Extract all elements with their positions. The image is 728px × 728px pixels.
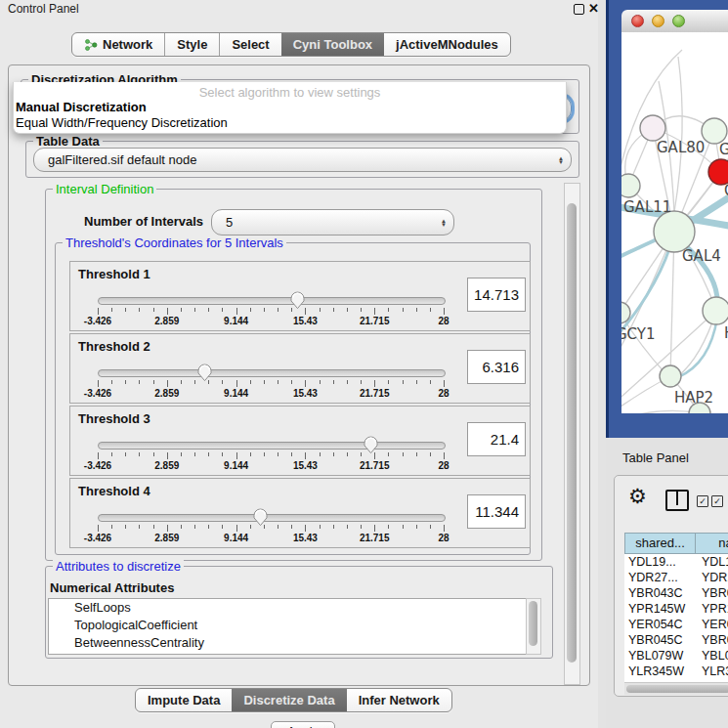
network-icon xyxy=(84,38,98,52)
threshold-slider-thumb[interactable] xyxy=(252,507,269,527)
float-window-icon[interactable] xyxy=(574,4,584,15)
tab-label: Select xyxy=(232,37,269,52)
table-header: shared... name xyxy=(624,533,728,554)
threshold-label: Threshold 3 xyxy=(78,411,150,426)
popup-item-manual-discretization[interactable]: Manual Discretization xyxy=(14,100,566,115)
checkbox-icon[interactable]: ✓ xyxy=(711,495,723,507)
algorithm-dropdown-popup: Select algorithm to view settings Manual… xyxy=(13,82,567,134)
tab-label: Discretize Data xyxy=(243,693,334,707)
control-panel-window: Control Panel ✕ Network Style Select Cyn… xyxy=(0,0,598,728)
tab-cyni-toolbox[interactable]: Cyni Toolbox xyxy=(281,33,384,56)
threshold-panel: Threshold 3 -3.4262.8599.14415.4321.7152… xyxy=(69,406,531,476)
list-item[interactable]: SelfLoops xyxy=(49,599,527,617)
table-row[interactable]: YDL19...YDL1 xyxy=(624,554,728,570)
tab-style[interactable]: Style xyxy=(164,33,219,56)
slider-ticks xyxy=(98,308,444,316)
threshold-value-field[interactable]: 21.4 xyxy=(467,422,526,456)
minimize-traffic-light[interactable] xyxy=(652,15,664,27)
threshold-slider-track[interactable] xyxy=(98,297,446,305)
attributes-group-label: Attributes to discretize xyxy=(53,559,184,574)
close-traffic-light[interactable] xyxy=(631,15,644,27)
threshold-slider-track[interactable] xyxy=(98,369,446,377)
threshold-value-field[interactable]: 11.344 xyxy=(467,494,526,529)
node-label: HAP2 xyxy=(674,389,713,407)
combo-arrows-icon: ▲▼ xyxy=(434,219,453,227)
node-label: GAL11 xyxy=(623,198,671,216)
slider-scale-labels: -3.4262.8599.14415.4321.71528 xyxy=(98,316,444,327)
number-of-intervals-label: Number of Intervals xyxy=(84,214,203,229)
table-data-combo[interactable]: galFiltered.sif default node ▲▼ xyxy=(33,148,572,172)
popup-item-equal-width-frequency[interactable]: Equal Width/Frequency Discretization xyxy=(14,115,566,131)
table-horizontal-scrollbar[interactable] xyxy=(624,682,728,695)
column-header-name[interactable]: name xyxy=(696,533,728,554)
list-item[interactable]: BetweennessCentrality xyxy=(49,634,527,652)
number-of-intervals-combo[interactable]: 5 ▲▼ xyxy=(211,209,454,236)
gear-icon[interactable]: ⚙ xyxy=(628,485,647,508)
threshold-slider-thumb[interactable] xyxy=(289,290,306,310)
tab-select[interactable]: Select xyxy=(219,33,280,56)
bottom-tab-bar: Impute Data Discretize Data Infer Networ… xyxy=(135,688,452,712)
node-h[interactable] xyxy=(703,297,728,324)
table-row[interactable]: YER054CYER0 xyxy=(624,617,728,632)
tab-discretize-data[interactable]: Discretize Data xyxy=(232,689,346,711)
table-row[interactable]: YLR345WYLR3 xyxy=(624,664,728,679)
table-body: YDL19...YDL1YDR27...YDR2YBR043CYBR0YPR14… xyxy=(624,554,728,682)
control-panel-titlebar: Control Panel ✕ xyxy=(0,0,598,18)
table-row[interactable]: YBR043CYBR0 xyxy=(624,585,728,601)
node-gal80[interactable] xyxy=(640,115,665,141)
node-gal4[interactable] xyxy=(654,211,695,252)
table-row[interactable]: YBR045CYBR0 xyxy=(624,632,728,648)
network-view-window: GAL80 GA C GAL11 GAL4 GCY1 H HAP2 xyxy=(606,0,728,438)
column-header-shared[interactable]: shared... xyxy=(624,533,696,554)
table-panel-box: ⚙ ✓ ✓ shared... name YDL19...YDL1YDR27..… xyxy=(614,475,728,697)
slider-scale-labels: -3.4262.8599.14415.4321.71528 xyxy=(98,460,444,472)
slider-scale-labels: -3.4262.8599.14415.4321.71528 xyxy=(98,388,444,400)
node-label: GAL80 xyxy=(657,139,705,156)
tab-impute-data[interactable]: Impute Data xyxy=(136,689,232,711)
node-gal11[interactable] xyxy=(621,174,640,197)
table-panel: Table Panel ⚙ ✓ ✓ shared... name YDL19..… xyxy=(606,438,728,728)
network-canvas[interactable]: GAL80 GA C GAL11 GAL4 GCY1 H HAP2 xyxy=(621,32,728,413)
tab-label: Impute Data xyxy=(148,693,220,707)
cyni-toolbox-panel: Discretization Algorithm ▲▼ Table Data g… xyxy=(8,64,590,686)
panel-scrollbar[interactable] xyxy=(564,183,580,685)
table-row[interactable]: YDR27...YDR2 xyxy=(624,570,728,585)
slider-ticks xyxy=(98,525,444,533)
table-row[interactable]: YPR145WYPR1 xyxy=(624,601,728,617)
tab-label: Style xyxy=(177,37,207,52)
tab-infer-network[interactable]: Infer Network xyxy=(347,689,451,711)
node-hap2[interactable] xyxy=(660,365,681,387)
threshold-slider-thumb[interactable] xyxy=(363,435,379,454)
table-panel-title: Table Panel xyxy=(622,450,689,465)
close-icon[interactable]: ✕ xyxy=(588,1,599,16)
slider-ticks xyxy=(98,380,444,388)
popup-hint-item: Select algorithm to view settings xyxy=(14,82,566,100)
split-columns-icon[interactable] xyxy=(665,490,689,511)
table-data-combo-value: galFiltered.sif default node xyxy=(34,152,551,167)
number-of-intervals-value: 5 xyxy=(212,215,434,230)
attributes-list-scrollbar[interactable] xyxy=(526,598,541,655)
threshold-label: Threshold 4 xyxy=(78,484,150,498)
threshold-slider-track[interactable] xyxy=(98,514,446,522)
network-graph: GAL80 GA C GAL11 GAL4 GCY1 H HAP2 xyxy=(621,32,728,413)
zoom-traffic-light[interactable] xyxy=(672,15,685,27)
apply-button[interactable]: Apply xyxy=(271,721,335,728)
threshold-label: Threshold 1 xyxy=(78,267,150,281)
threshold-slider-track[interactable] xyxy=(98,442,446,450)
tab-label: jActiveMNodules xyxy=(396,37,498,52)
tab-jactivemnodules[interactable]: jActiveMNodules xyxy=(384,33,510,56)
threshold-value-field[interactable]: 6.316 xyxy=(467,350,526,384)
threshold-slider-thumb[interactable] xyxy=(196,363,213,382)
threshold-value-field[interactable]: 14.713 xyxy=(467,278,526,312)
checkbox-icon[interactable]: ✓ xyxy=(697,495,708,507)
table-row[interactable]: YBL079WYBL0 xyxy=(624,648,728,664)
threshold-label: Threshold 2 xyxy=(78,339,150,354)
threshold-panel: Threshold 1 -3.4262.8599.14415.4321.7152… xyxy=(69,261,531,331)
node-label: C xyxy=(724,182,728,199)
list-item[interactable]: TopologicalCoefficient xyxy=(49,617,527,634)
tab-network[interactable]: Network xyxy=(72,33,164,56)
tab-label: Network xyxy=(103,37,152,52)
interval-definition-label: Interval Definition xyxy=(53,182,156,196)
titlebar-controls: ✕ xyxy=(567,0,598,18)
network-window-titlebar[interactable] xyxy=(621,10,728,33)
